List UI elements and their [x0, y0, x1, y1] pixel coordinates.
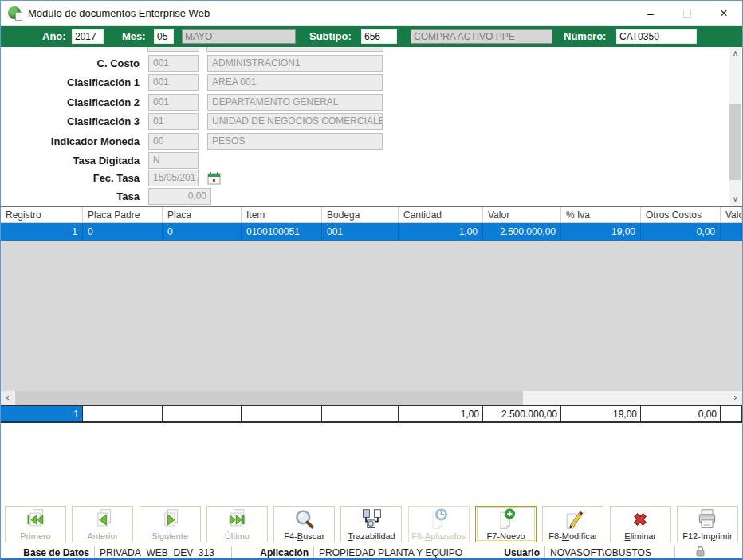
traceability-button[interactable]: Trazabilidad [340, 506, 402, 542]
typed-rate-field: N [148, 152, 199, 169]
year-label: Año: [42, 30, 66, 42]
cell-otros-costos: 0,00 [641, 223, 721, 241]
app-logo-icon [8, 6, 22, 21]
grid-row-selected[interactable]: 1 0 0 0100100051 001 1,00 2.500.000,00 1… [1, 223, 742, 241]
print-icon [678, 508, 737, 531]
modify-button[interactable]: F8-Modificar [542, 506, 603, 542]
cell-placa: 0 [163, 223, 242, 241]
classification3-label: Clasificación 3 [2, 113, 140, 130]
horizontal-scrollbar[interactable]: ‹ › [1, 391, 742, 405]
scroll-down-icon[interactable]: ∨ [729, 193, 741, 206]
maximize-button [669, 1, 706, 26]
cost-center-code-field: 001 [148, 55, 199, 72]
classification1-desc-field: AREA 001 [207, 74, 383, 91]
deferred-icon [409, 508, 469, 531]
database-label: Base de Datos [1, 546, 95, 559]
cell-placa-padre: 0 [83, 223, 163, 241]
user-value: NOVASOFT\OBUSTOS [545, 546, 675, 559]
subtype-name-field [411, 29, 552, 44]
cell-registro: 1 [1, 223, 83, 241]
typed-rate-label: Tasa Digitada [2, 152, 140, 169]
column-header[interactable]: Placa [163, 207, 242, 222]
close-button[interactable]: × [706, 1, 742, 26]
form-row: Clasificación 1 001 AREA 001 [2, 74, 729, 91]
classification1-label: Clasificación 1 [2, 74, 140, 91]
scroll-up-icon[interactable]: ∧ [729, 47, 741, 60]
cell-valor: 2.500.000,00 [483, 223, 561, 241]
detail-grid: Registro Placa Padre Placa Item Bodega C… [1, 206, 742, 391]
delete-icon [611, 508, 670, 531]
cost-center-label: C. Costo [2, 55, 140, 72]
total-valor: 2.500.000,00 [483, 406, 561, 421]
form-row: Tasa 0,00 [2, 188, 729, 205]
database-value: PRIVADA_WEB_DEV_313 [95, 546, 232, 559]
column-header[interactable]: Valor [483, 207, 561, 222]
horizontal-scrollbar-thumb[interactable] [15, 391, 523, 405]
cost-center-desc-field: ADMINISTRACION1 [207, 55, 383, 72]
search-button[interactable]: F4-Buscar [273, 506, 335, 542]
currency-indicator-label: Indicador Moneda [2, 133, 140, 150]
document-form: C. Costo 001 ADMINISTRACION1 Clasificaci… [2, 47, 729, 206]
rate-label: Tasa [2, 188, 140, 205]
first-icon [6, 508, 65, 531]
lock-icon [696, 546, 705, 557]
status-bar: Base de Datos PRIVADA_WEB_DEV_313 Aplica… [1, 546, 742, 559]
classification2-label: Clasificación 2 [2, 94, 140, 111]
search-icon [274, 508, 334, 531]
next-icon [140, 508, 200, 531]
subtype-input[interactable] [361, 29, 397, 44]
form-row: Tasa Digitada N [2, 152, 729, 169]
form-row-partial [147, 47, 199, 52]
month-name-field [182, 29, 296, 44]
deferred-button: F6-Aplazados [408, 506, 470, 542]
month-input[interactable] [154, 29, 174, 44]
delete-button[interactable]: Eliminar [610, 506, 671, 542]
application-label: Aplicación [232, 546, 314, 559]
column-header[interactable]: % Iva [561, 207, 641, 222]
column-header[interactable]: Item [242, 207, 322, 222]
classification2-code-field: 001 [148, 94, 199, 111]
form-row: Fec. Tasa 15/05/2017 [2, 170, 729, 186]
classification3-desc-field: UNIDAD DE NEGOCIOS COMERCIALES [207, 113, 383, 130]
number-label: Número: [564, 30, 606, 42]
total-bodega [322, 406, 399, 421]
form-row: Clasificación 2 001 DEPARTAMENTO GENERAL [2, 94, 729, 111]
number-input[interactable] [616, 29, 697, 44]
scroll-left-icon[interactable]: ‹ [1, 391, 14, 405]
vertical-scrollbar[interactable]: ∧ ∨ [729, 47, 741, 206]
column-header[interactable]: Valo [721, 207, 742, 222]
form-row: Clasificación 3 01 UNIDAD DE NEGOCIOS CO… [2, 113, 729, 130]
cell-item: 0100100051 [242, 223, 322, 241]
minimize-button[interactable]: – [632, 1, 669, 26]
last-button: Último [206, 506, 268, 542]
column-header[interactable]: Bodega [322, 207, 399, 222]
first-button: Primero [5, 506, 66, 542]
subtype-label: Subtipo: [309, 30, 352, 42]
classification1-code-field: 001 [148, 74, 199, 91]
form-row-partial [206, 47, 383, 52]
cell-bodega: 001 [322, 223, 399, 241]
column-header[interactable]: Otros Costos [641, 207, 721, 222]
window-title: Módulo de documentos Enterprise Web [28, 7, 210, 19]
document-header-bar: Año: Mes: Subtipo: Número: [1, 26, 742, 47]
total-item [242, 406, 322, 421]
total-registro: 1 [1, 406, 83, 421]
grid-header-row: Registro Placa Padre Placa Item Bodega C… [1, 207, 742, 223]
next-button: Siguiente [140, 506, 201, 542]
new-button[interactable]: F7-Nuevo [475, 506, 537, 542]
app-window: Módulo de documentos Enterprise Web – × … [0, 0, 743, 560]
lock-segment [675, 546, 742, 559]
calendar-icon[interactable] [207, 171, 221, 185]
column-header[interactable]: Registro [1, 207, 83, 222]
print-button[interactable]: F12-Imprimir [677, 506, 738, 542]
maximize-icon [683, 10, 691, 18]
rate-field: 0,00 [148, 188, 211, 205]
month-label: Mes: [122, 30, 146, 42]
year-input[interactable] [72, 29, 104, 44]
total-iva: 19,00 [561, 406, 641, 421]
scroll-right-icon[interactable]: › [729, 391, 742, 405]
vertical-scrollbar-thumb[interactable] [729, 104, 741, 180]
column-header[interactable]: Cantidad [399, 207, 483, 222]
previous-icon [73, 508, 132, 531]
column-header[interactable]: Placa Padre [83, 207, 163, 222]
